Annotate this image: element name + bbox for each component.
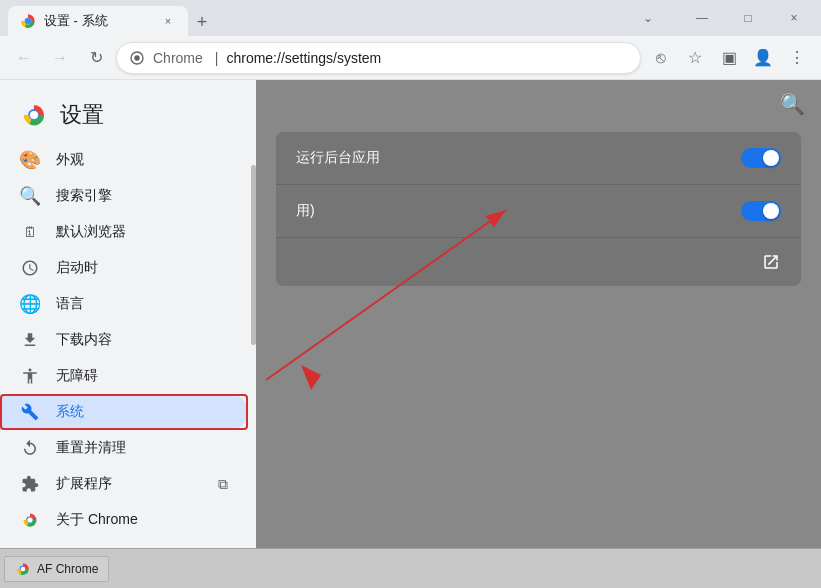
address-bar[interactable]: Chrome | chrome://settings/system [116, 42, 641, 74]
sidebar-item-extensions[interactable]: 扩展程序 ⧉ [0, 466, 248, 502]
taskbar-chrome-label: AF Chrome [37, 562, 98, 576]
omnibox-security-icon [129, 50, 145, 66]
sidebar-item-accessibility[interactable]: 无障碍 [0, 358, 248, 394]
extensions-icon [20, 474, 40, 494]
extensions-external-icon: ⧉ [218, 476, 228, 493]
about-icon [20, 510, 40, 530]
taskbar-chrome-icon [15, 561, 31, 577]
about-label: 关于 Chrome [56, 511, 138, 529]
taskbar: AF Chrome [0, 548, 821, 588]
toolbar: ← → ↻ Chrome | chrome://settings/system … [0, 36, 821, 80]
omnibox-url: chrome://settings/system [226, 50, 628, 66]
sidebar-item-about[interactable]: 关于 Chrome [0, 502, 248, 538]
bookmark-button[interactable]: ☆ [679, 42, 711, 74]
omnibox-separator: | [215, 50, 219, 66]
settings-title: 设置 [60, 100, 104, 130]
tab-title: 设置 - 系统 [44, 12, 108, 30]
menu-button[interactable]: ⋮ [781, 42, 813, 74]
appearance-label: 外观 [56, 151, 84, 169]
sidebar-item-language[interactable]: 🌐 语言 [0, 286, 248, 322]
proxy-external-link[interactable] [761, 252, 781, 272]
downloads-icon [20, 330, 40, 350]
svg-point-7 [27, 517, 32, 522]
reset-icon [20, 438, 40, 458]
browser-label: 默认浏览器 [56, 223, 126, 241]
svg-point-3 [134, 55, 139, 60]
appearance-icon: 🎨 [20, 150, 40, 170]
view-button[interactable]: ▣ [713, 42, 745, 74]
settings-content: 🔍 运行后台应用 用) [256, 80, 821, 588]
close-button[interactable]: × [771, 0, 817, 36]
language-label: 语言 [56, 295, 84, 313]
svg-point-5 [30, 111, 38, 119]
proxy-row [276, 238, 801, 286]
maximize-button[interactable]: □ [725, 0, 771, 36]
system-label: 系统 [56, 403, 84, 421]
new-tab-button[interactable]: + [188, 8, 216, 36]
svg-point-1 [25, 18, 32, 25]
sidebar-item-reset[interactable]: 重置并清理 [0, 430, 248, 466]
sidebar-item-browser[interactable]: 🗓 默认浏览器 [0, 214, 248, 250]
accessibility-icon [20, 366, 40, 386]
tab-area: 设置 - 系统 × + [0, 0, 625, 36]
content-area: 🔍 运行后台应用 用) [256, 80, 821, 588]
content-search-button[interactable]: 🔍 [780, 92, 805, 116]
sidebar-item-system[interactable]: 系统 [0, 394, 248, 430]
sidebar-item-startup[interactable]: 启动时 [0, 250, 248, 286]
sidebar-item-downloads[interactable]: 下载内容 [0, 322, 248, 358]
system-icon [20, 402, 40, 422]
toolbar-right: ⎋ ☆ ▣ 👤 ⋮ [645, 42, 813, 74]
background-apps-toggle[interactable] [741, 148, 781, 168]
active-tab[interactable]: 设置 - 系统 × [8, 6, 188, 36]
startup-icon [20, 258, 40, 278]
chrome-logo [20, 101, 48, 129]
tab-close-button[interactable]: × [160, 13, 176, 29]
startup-label: 启动时 [56, 259, 98, 277]
tab-favicon [20, 13, 36, 29]
reset-label: 重置并清理 [56, 439, 126, 457]
sidebar-item-search[interactable]: 🔍 搜索引擎 [0, 178, 248, 214]
background-apps-row: 运行后台应用 [276, 132, 801, 185]
svg-marker-10 [301, 365, 321, 390]
chevron-area: ⌄ [625, 0, 679, 36]
sidebar: 设置 🎨 外观 🔍 搜索引擎 🗓 默认浏览器 启动时 🌐 语言 [0, 80, 256, 588]
chevron-button[interactable]: ⌄ [625, 0, 671, 36]
language-icon: 🌐 [20, 294, 40, 314]
extensions-label: 扩展程序 [56, 475, 112, 493]
hardware-accel-row: 用) [276, 185, 801, 238]
titlebar: 设置 - 系统 × + ⌄ — □ × [0, 0, 821, 36]
minimize-button[interactable]: — [679, 0, 725, 36]
reload-button[interactable]: ↻ [80, 42, 112, 74]
profile-button[interactable]: 👤 [747, 42, 779, 74]
sidebar-item-appearance[interactable]: 🎨 外观 [0, 142, 248, 178]
main-layout: 设置 🎨 外观 🔍 搜索引擎 🗓 默认浏览器 启动时 🌐 语言 [0, 80, 821, 588]
window-controls: — □ × [679, 0, 817, 36]
system-settings-card: 运行后台应用 用) [276, 132, 801, 286]
accessibility-label: 无障碍 [56, 367, 98, 385]
search-engine-label: 搜索引擎 [56, 187, 112, 205]
back-button[interactable]: ← [8, 42, 40, 74]
taskbar-chrome-item[interactable]: AF Chrome [4, 556, 109, 582]
svg-point-12 [21, 566, 26, 571]
sidebar-scrollbar[interactable] [251, 165, 256, 345]
omnibox-chrome-label: Chrome [153, 50, 203, 66]
search-engine-icon: 🔍 [20, 186, 40, 206]
downloads-label: 下载内容 [56, 331, 112, 349]
forward-button[interactable]: → [44, 42, 76, 74]
browser-icon: 🗓 [20, 222, 40, 242]
hardware-accel-label: 用) [296, 202, 741, 220]
share-button[interactable]: ⎋ [645, 42, 677, 74]
background-apps-label: 运行后台应用 [296, 149, 741, 167]
hardware-accel-toggle[interactable] [741, 201, 781, 221]
sidebar-header: 设置 [0, 88, 256, 142]
